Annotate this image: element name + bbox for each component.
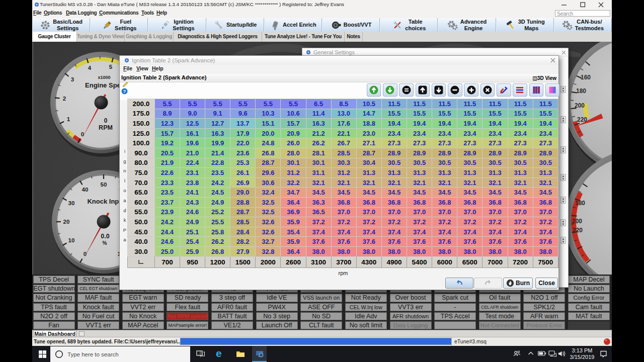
svg-text:2: 2 bbox=[63, 96, 66, 102]
svg-text:5: 5 bbox=[109, 64, 113, 70]
svg-text:50: 50 bbox=[101, 182, 107, 188]
svg-text:20: 20 bbox=[63, 219, 70, 225]
svg-text:200: 200 bbox=[575, 102, 585, 109]
svg-text:0: 0 bbox=[81, 131, 84, 137]
svg-text:x1000: x1000 bbox=[98, 75, 110, 80]
svg-text:40: 40 bbox=[82, 187, 89, 193]
svg-text:180: 180 bbox=[575, 200, 585, 207]
svg-text:220: 220 bbox=[577, 116, 587, 123]
svg-text:?: ? bbox=[123, 89, 126, 94]
svg-text:0.0: 0.0 bbox=[101, 233, 109, 240]
svg-text:180: 180 bbox=[576, 87, 586, 95]
svg-text:160: 160 bbox=[581, 74, 591, 81]
svg-text:10: 10 bbox=[68, 237, 75, 243]
svg-text:1: 1 bbox=[67, 116, 70, 122]
svg-text:0: 0 bbox=[104, 117, 108, 124]
svg-text:30: 30 bbox=[68, 200, 75, 206]
svg-text:220: 220 bbox=[573, 227, 583, 234]
svg-text:200: 200 bbox=[572, 218, 582, 225]
svg-text:4: 4 bbox=[88, 65, 92, 71]
svg-text:3: 3 bbox=[71, 76, 74, 82]
svg-text:RPM: RPM bbox=[99, 124, 113, 131]
svg-text:%: % bbox=[103, 240, 107, 246]
